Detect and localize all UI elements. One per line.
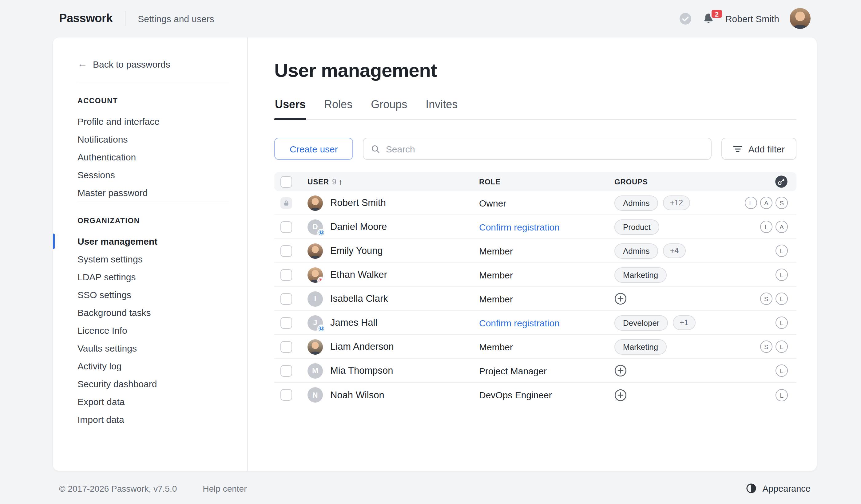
add-group-button[interactable] <box>614 364 627 377</box>
badges-cell: SL <box>760 340 788 353</box>
table-row[interactable]: Liam Anderson Member Marketing SL <box>274 335 796 359</box>
filter-icon <box>733 145 742 153</box>
blocked-icon <box>318 278 323 282</box>
search-input[interactable] <box>386 143 703 154</box>
sidebar-item-export-data[interactable]: Export data <box>78 393 229 410</box>
search-input-wrap[interactable] <box>363 138 712 160</box>
topbar-avatar[interactable] <box>790 8 810 29</box>
appearance-toggle[interactable]: Appearance <box>746 483 810 493</box>
add-group-button[interactable] <box>614 389 627 401</box>
column-role[interactable]: ROLE <box>479 177 614 186</box>
column-user[interactable]: USER9↑ <box>308 177 479 186</box>
sidebar-item-licence-info[interactable]: Licence Info <box>78 321 229 339</box>
auth-badge-s: S <box>760 340 773 353</box>
auth-badge-s: S <box>760 293 773 305</box>
group-chip[interactable]: Admins <box>614 243 658 258</box>
user-name[interactable]: Isabella Clark <box>330 293 388 304</box>
table-row[interactable]: NNoah Wilson DevOps Engineer L <box>274 383 796 407</box>
user-name[interactable]: James Hall <box>330 317 377 328</box>
row-checkbox[interactable] <box>281 341 292 352</box>
user-name[interactable]: Liam Anderson <box>330 341 394 352</box>
sidebar-item-system-settings[interactable]: System settings <box>78 250 229 268</box>
more-groups-chip[interactable]: +1 <box>673 315 696 330</box>
group-chip[interactable]: Marketing <box>614 339 667 354</box>
user-role: Owner <box>479 198 614 208</box>
user-avatar: J <box>308 315 323 331</box>
sidebar-item-user-management[interactable]: User management <box>78 232 229 250</box>
auth-badge-l: L <box>760 221 773 233</box>
plus-icon <box>614 364 627 377</box>
group-chip[interactable]: Admins <box>614 195 658 210</box>
table-row[interactable]: MMia Thompson Project Manager L <box>274 359 796 383</box>
sidebar-item-authentication[interactable]: Authentication <box>78 148 229 166</box>
back-arrow-icon: ← <box>78 58 87 69</box>
sidebar-item-profile-and-interface[interactable]: Profile and interface <box>78 112 229 130</box>
tab-invites[interactable]: Invites <box>425 98 458 119</box>
sidebar-item-security-dashboard[interactable]: Security dashboard <box>78 375 229 393</box>
user-name[interactable]: Noah Wilson <box>330 389 384 401</box>
security-check-icon[interactable] <box>679 12 692 25</box>
row-checkbox[interactable] <box>281 293 292 305</box>
add-filter-button[interactable]: Add filter <box>721 138 796 160</box>
group-chip[interactable]: Product <box>614 219 659 235</box>
sidebar-item-background-tasks[interactable]: Background tasks <box>78 304 229 321</box>
user-name[interactable]: Mia Thompson <box>330 365 393 376</box>
tab-users[interactable]: Users <box>274 98 306 119</box>
row-checkbox[interactable] <box>281 365 292 376</box>
row-checkbox[interactable] <box>281 269 292 281</box>
user-role: Project Manager <box>479 365 614 376</box>
sidebar-item-activity-log[interactable]: Activity log <box>78 357 229 375</box>
auth-badge-l: L <box>776 293 788 305</box>
notifications-button[interactable]: 2 <box>702 12 715 25</box>
tab-roles[interactable]: Roles <box>324 98 353 119</box>
row-checkbox[interactable] <box>281 389 292 401</box>
row-checkbox[interactable] <box>281 317 292 328</box>
sidebar-item-notifications[interactable]: Notifications <box>78 130 229 148</box>
user-avatar <box>308 243 323 258</box>
row-checkbox[interactable] <box>281 245 292 257</box>
sidebar-item-vaults-settings[interactable]: Vaults settings <box>78 339 229 357</box>
user-name[interactable]: Emily Young <box>330 245 383 256</box>
auth-badge-a: A <box>760 197 773 209</box>
more-groups-chip[interactable]: +12 <box>663 195 690 210</box>
column-groups[interactable]: GROUPS <box>614 177 775 186</box>
user-name[interactable]: Robert Smith <box>330 197 386 208</box>
user-avatar <box>308 195 323 210</box>
auth-badge-l: L <box>776 269 788 281</box>
table-row[interactable]: Ethan Walker Member Marketing L <box>274 263 796 287</box>
sidebar-item-sessions[interactable]: Sessions <box>78 166 229 184</box>
sidebar-item-sso-settings[interactable]: SSO settings <box>78 286 229 304</box>
tab-groups[interactable]: Groups <box>370 98 408 119</box>
user-role: Member <box>479 269 614 280</box>
users-table: USER9↑ ROLE GROUPS Robert Smith Owner Ad… <box>274 172 796 407</box>
table-row[interactable]: Emily Young Member Admins+4 L <box>274 239 796 263</box>
settings-card: ← Back to passwords ACCOUNT Profile and … <box>53 38 817 471</box>
confirm-registration-link[interactable]: Confirm registration <box>479 222 614 232</box>
create-user-button[interactable]: Create user <box>274 138 353 160</box>
table-row[interactable]: JJames Hall Confirm registration Develop… <box>274 311 796 335</box>
group-chip[interactable]: Developer <box>614 315 668 331</box>
user-role: Member <box>479 341 614 352</box>
more-groups-chip[interactable]: +4 <box>663 243 686 258</box>
confirm-registration-link[interactable]: Confirm registration <box>479 318 614 328</box>
sidebar-item-master-password[interactable]: Master password <box>78 184 229 201</box>
table-row[interactable]: Robert Smith Owner Admins+12 LAS <box>274 191 796 215</box>
add-group-button[interactable] <box>614 293 627 305</box>
group-chip[interactable]: Marketing <box>614 267 667 282</box>
user-name[interactable]: Daniel Moore <box>330 221 387 232</box>
sidebar-item-import-data[interactable]: Import data <box>78 410 229 429</box>
back-to-passwords-link[interactable]: ← Back to passwords <box>78 58 229 82</box>
table-row[interactable]: DDaniel Moore Confirm registration Produ… <box>274 215 796 239</box>
help-center-link[interactable]: Help center <box>203 484 247 493</box>
row-checkbox[interactable] <box>281 221 292 233</box>
page-title: User management <box>274 60 796 82</box>
badges-cell: LA <box>760 221 788 233</box>
select-all-checkbox[interactable] <box>281 176 292 188</box>
table-row[interactable]: IIsabella Clark Member SL <box>274 287 796 311</box>
lock-icon <box>283 199 290 206</box>
sidebar-item-ldap-settings[interactable]: LDAP settings <box>78 268 229 286</box>
brand-logo[interactable]: Passwork <box>59 12 112 25</box>
permissions-key-icon[interactable] <box>775 175 788 188</box>
topbar-user-name[interactable]: Robert Smith <box>725 13 779 24</box>
user-name[interactable]: Ethan Walker <box>330 269 387 280</box>
